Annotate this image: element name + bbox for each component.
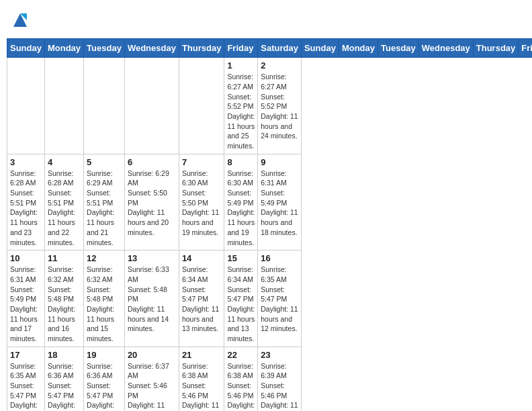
- day-info: Sunrise: 6:28 AM Sunset: 5:51 PM Dayligh…: [48, 169, 81, 248]
- col-header-friday: Friday: [224, 39, 258, 58]
- day-info: Sunrise: 6:38 AM Sunset: 5:46 PM Dayligh…: [182, 361, 222, 411]
- day-number: 22: [227, 350, 255, 360]
- col-header-thursday: Thursday: [179, 39, 224, 58]
- calendar-cell: 10Sunrise: 6:31 AM Sunset: 5:49 PM Dayli…: [7, 250, 45, 347]
- col-header-tuesday: Tuesday: [378, 39, 419, 58]
- col-header-thursday: Thursday: [473, 39, 519, 58]
- calendar-cell: 1Sunrise: 6:27 AM Sunset: 5:52 PM Daylig…: [224, 58, 258, 154]
- calendar-cell: [179, 58, 224, 154]
- calendar-cell: 19Sunrise: 6:36 AM Sunset: 5:47 PM Dayli…: [84, 347, 125, 411]
- calendar-cell: 18Sunrise: 6:36 AM Sunset: 5:47 PM Dayli…: [44, 347, 83, 411]
- day-info: Sunrise: 6:29 AM Sunset: 5:50 PM Dayligh…: [128, 169, 176, 238]
- day-info: Sunrise: 6:30 AM Sunset: 5:50 PM Dayligh…: [182, 169, 222, 238]
- calendar-cell: 13Sunrise: 6:33 AM Sunset: 5:48 PM Dayli…: [124, 250, 179, 347]
- logo: [9, 11, 30, 33]
- day-number: 9: [261, 157, 298, 167]
- day-number: 12: [87, 253, 122, 263]
- logo-icon: [9, 16, 30, 33]
- day-number: 18: [48, 350, 81, 360]
- day-info: Sunrise: 6:31 AM Sunset: 5:49 PM Dayligh…: [261, 169, 298, 238]
- day-info: Sunrise: 6:36 AM Sunset: 5:47 PM Dayligh…: [87, 361, 122, 411]
- calendar-week-3: 10Sunrise: 6:31 AM Sunset: 5:49 PM Dayli…: [7, 250, 533, 347]
- day-number: 21: [182, 350, 222, 360]
- calendar-cell: 3Sunrise: 6:28 AM Sunset: 5:51 PM Daylig…: [7, 154, 45, 250]
- calendar-cell: 8Sunrise: 6:30 AM Sunset: 5:49 PM Daylig…: [224, 154, 258, 250]
- day-number: 13: [128, 253, 176, 263]
- calendar-cell: 12Sunrise: 6:32 AM Sunset: 5:48 PM Dayli…: [84, 250, 125, 347]
- day-number: 10: [10, 253, 42, 263]
- calendar-cell: [7, 58, 45, 154]
- day-info: Sunrise: 6:35 AM Sunset: 5:47 PM Dayligh…: [261, 265, 298, 334]
- day-info: Sunrise: 6:37 AM Sunset: 5:46 PM Dayligh…: [128, 361, 176, 411]
- page-header: [7, 7, 525, 33]
- day-info: Sunrise: 6:31 AM Sunset: 5:49 PM Dayligh…: [10, 265, 42, 344]
- day-number: 1: [227, 60, 255, 71]
- day-number: 2: [261, 60, 298, 71]
- day-info: Sunrise: 6:36 AM Sunset: 5:47 PM Dayligh…: [48, 361, 81, 411]
- day-number: 14: [182, 253, 222, 263]
- calendar-cell: 6Sunrise: 6:29 AM Sunset: 5:50 PM Daylig…: [124, 154, 179, 250]
- day-number: 23: [261, 350, 298, 360]
- calendar-cell: 7Sunrise: 6:30 AM Sunset: 5:50 PM Daylig…: [179, 154, 224, 250]
- day-number: 16: [261, 253, 298, 263]
- calendar-cell: 16Sunrise: 6:35 AM Sunset: 5:47 PM Dayli…: [258, 250, 302, 347]
- day-info: Sunrise: 6:34 AM Sunset: 5:47 PM Dayligh…: [182, 265, 222, 334]
- day-number: 17: [10, 350, 42, 360]
- calendar-week-1: 1Sunrise: 6:27 AM Sunset: 5:52 PM Daylig…: [7, 58, 533, 154]
- day-info: Sunrise: 6:33 AM Sunset: 5:48 PM Dayligh…: [128, 265, 176, 334]
- calendar-cell: 4Sunrise: 6:28 AM Sunset: 5:51 PM Daylig…: [44, 154, 83, 250]
- calendar-header-row: SundayMondayTuesdayWednesdayThursdayFrid…: [7, 39, 533, 58]
- day-info: Sunrise: 6:27 AM Sunset: 5:52 PM Dayligh…: [227, 72, 255, 151]
- calendar-cell: 20Sunrise: 6:37 AM Sunset: 5:46 PM Dayli…: [124, 347, 179, 411]
- calendar-cell: 22Sunrise: 6:38 AM Sunset: 5:46 PM Dayli…: [224, 347, 258, 411]
- day-number: 11: [48, 253, 81, 263]
- calendar-week-2: 3Sunrise: 6:28 AM Sunset: 5:51 PM Daylig…: [7, 154, 533, 250]
- col-header-wednesday: Wednesday: [124, 39, 179, 58]
- calendar-cell: 2Sunrise: 6:27 AM Sunset: 5:52 PM Daylig…: [258, 58, 302, 154]
- day-info: Sunrise: 6:38 AM Sunset: 5:46 PM Dayligh…: [227, 361, 255, 411]
- day-number: 15: [227, 253, 255, 263]
- day-info: Sunrise: 6:35 AM Sunset: 5:47 PM Dayligh…: [10, 361, 42, 411]
- col-header-friday: Friday: [519, 39, 532, 58]
- calendar-cell: 21Sunrise: 6:38 AM Sunset: 5:46 PM Dayli…: [179, 347, 224, 411]
- col-header-monday: Monday: [44, 39, 83, 58]
- calendar-cell: 5Sunrise: 6:29 AM Sunset: 5:51 PM Daylig…: [84, 154, 125, 250]
- day-info: Sunrise: 6:28 AM Sunset: 5:51 PM Dayligh…: [10, 169, 42, 248]
- calendar-cell: 15Sunrise: 6:34 AM Sunset: 5:47 PM Dayli…: [224, 250, 258, 347]
- calendar-cell: 9Sunrise: 6:31 AM Sunset: 5:49 PM Daylig…: [258, 154, 302, 250]
- day-info: Sunrise: 6:27 AM Sunset: 5:52 PM Dayligh…: [261, 72, 298, 141]
- day-number: 7: [182, 157, 222, 167]
- day-info: Sunrise: 6:39 AM Sunset: 5:46 PM Dayligh…: [261, 361, 298, 411]
- day-number: 19: [87, 350, 122, 360]
- day-info: Sunrise: 6:32 AM Sunset: 5:48 PM Dayligh…: [48, 265, 81, 344]
- day-number: 4: [48, 157, 81, 167]
- day-number: 3: [10, 157, 42, 167]
- col-header-wednesday: Wednesday: [418, 39, 473, 58]
- col-header-sunday: Sunday: [301, 39, 339, 58]
- col-header-tuesday: Tuesday: [84, 39, 125, 58]
- day-number: 6: [128, 157, 176, 167]
- calendar-cell: [84, 58, 125, 154]
- col-header-monday: Monday: [339, 39, 378, 58]
- calendar-cell: 14Sunrise: 6:34 AM Sunset: 5:47 PM Dayli…: [179, 250, 224, 347]
- col-header-saturday: Saturday: [258, 39, 302, 58]
- calendar-cell: 11Sunrise: 6:32 AM Sunset: 5:48 PM Dayli…: [44, 250, 83, 347]
- col-header-sunday: Sunday: [7, 39, 45, 58]
- calendar-cell: 17Sunrise: 6:35 AM Sunset: 5:47 PM Dayli…: [7, 347, 45, 411]
- calendar-cell: [124, 58, 179, 154]
- day-info: Sunrise: 6:32 AM Sunset: 5:48 PM Dayligh…: [87, 265, 122, 344]
- day-info: Sunrise: 6:29 AM Sunset: 5:51 PM Dayligh…: [87, 169, 122, 248]
- calendar-table: SundayMondayTuesdayWednesdayThursdayFrid…: [7, 38, 532, 411]
- day-number: 5: [87, 157, 122, 167]
- day-info: Sunrise: 6:34 AM Sunset: 5:47 PM Dayligh…: [227, 265, 255, 344]
- day-info: Sunrise: 6:30 AM Sunset: 5:49 PM Dayligh…: [227, 169, 255, 248]
- calendar-week-4: 17Sunrise: 6:35 AM Sunset: 5:47 PM Dayli…: [7, 347, 533, 411]
- calendar-cell: [44, 58, 83, 154]
- calendar-cell: 23Sunrise: 6:39 AM Sunset: 5:46 PM Dayli…: [258, 347, 302, 411]
- day-number: 20: [128, 350, 176, 360]
- day-number: 8: [227, 157, 255, 167]
